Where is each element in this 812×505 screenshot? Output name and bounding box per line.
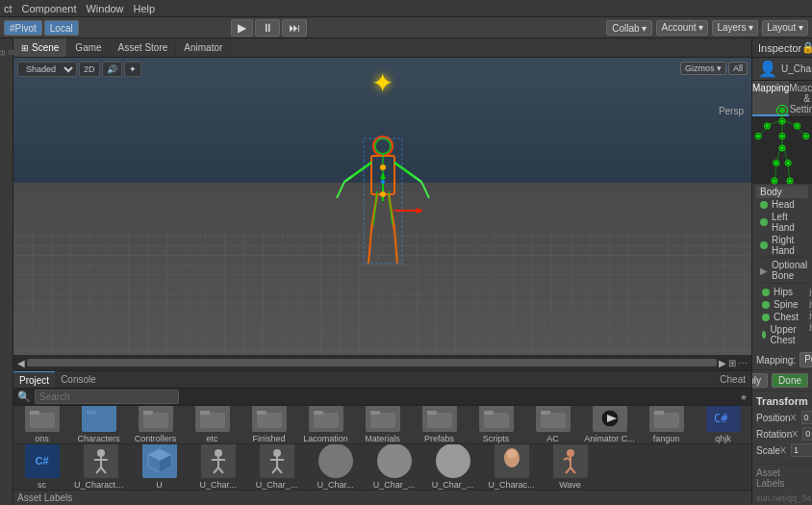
audio-button[interactable]: 🔊 <box>102 62 122 77</box>
scroll-icon-2[interactable]: ⋯ <box>738 358 748 368</box>
mapping-hips[interactable]: Hips <box>758 286 803 298</box>
folder-prefabs[interactable]: Prefabs <box>413 406 466 443</box>
folder-qhjk[interactable]: C# qhjk <box>697 406 749 443</box>
scroll-left-icon[interactable]: ◀ <box>17 358 25 368</box>
rotation-x-input[interactable] <box>802 427 812 441</box>
svg-rect-39 <box>427 411 437 415</box>
svg-point-69 <box>507 449 517 459</box>
mapping-chest[interactable]: Chest <box>758 311 803 323</box>
folder-fangun[interactable]: fangun <box>640 406 693 443</box>
done-button[interactable]: Done <box>772 373 808 388</box>
svg-rect-41 <box>484 411 494 415</box>
file-uchar4[interactable]: U_Char_... <box>368 444 420 490</box>
asset-tab-cheat[interactable]: Cheat <box>714 371 751 388</box>
svg-line-61 <box>214 467 218 473</box>
menu-ct[interactable]: ct <box>4 3 13 14</box>
folder-ac[interactable]: AC <box>526 406 579 443</box>
folder-icon-animator <box>593 406 627 432</box>
layers-dropdown[interactable]: Layers ▾ <box>712 20 758 36</box>
scale-x-input[interactable] <box>791 443 812 457</box>
pose-dropdown[interactable]: Pose ▾ <box>799 352 812 367</box>
inspector-lock-icon[interactable]: 🔒 <box>801 41 812 54</box>
mapping-right-hand[interactable]: Right Hand <box>756 234 808 257</box>
scroll-icon-1[interactable]: ⊞ <box>728 358 736 368</box>
step-button[interactable]: ⏭ <box>282 19 307 37</box>
folder-controllers[interactable]: Controllers <box>129 406 182 443</box>
collab-button[interactable]: Collab ▾ <box>606 20 652 36</box>
scene-view[interactable]: ✦ Shaded 2D 🔊 ✦ Gizmos ▾ All Persp <box>13 58 751 370</box>
file-ucharac[interactable]: U_Charac... <box>485 444 538 490</box>
menu-help[interactable]: Help <box>134 3 156 14</box>
layout-dropdown[interactable]: Layout ▾ <box>762 20 808 36</box>
pause-button[interactable]: ⏸ <box>255 19 280 37</box>
file-uchar3[interactable]: U_Char... <box>309 444 362 490</box>
file-uchar2[interactable]: U_Char_... <box>250 444 303 490</box>
tab-asset-store[interactable]: Asset Store <box>111 38 177 57</box>
toolbar: #Pivot Local ▶ ⏸ ⏭ Collab ▾ Account ▾ La… <box>0 17 812 38</box>
asset-tab-project[interactable]: Project <box>13 371 55 388</box>
search-input[interactable] <box>35 390 179 404</box>
tab-animator[interactable]: Animator <box>176 38 231 57</box>
2d-button[interactable]: 2D <box>79 62 100 77</box>
folder-icon-ac <box>536 406 571 432</box>
folder-ons[interactable]: ons <box>15 406 68 443</box>
folder-scripts[interactable]: Scripts <box>469 406 522 443</box>
asset-label: ★ <box>740 392 748 402</box>
fx-button[interactable]: ✦ <box>124 62 141 77</box>
pivot-button[interactable]: #Pivot <box>4 20 42 36</box>
mapping-table: Hips Spine Chest Upper Chest <box>756 283 808 348</box>
asset-labels-row: Asset Labels <box>13 490 751 505</box>
scroll-right-icon[interactable]: ▶ <box>719 358 726 368</box>
file-uchar5[interactable]: U_Char_... <box>426 444 479 490</box>
character-svg <box>335 128 431 282</box>
mapping-action-buttons: Revert Apply Done <box>752 369 812 391</box>
all-button[interactable]: All <box>728 62 748 75</box>
file-label-u: U <box>156 480 163 490</box>
svg-line-74 <box>566 467 571 473</box>
apply-button[interactable]: Apply <box>751 373 768 388</box>
asset-tab-console[interactable]: Console <box>55 371 102 388</box>
folder-finished[interactable]: Finished <box>242 406 295 443</box>
file-thumb-wave <box>553 444 588 479</box>
folder-label-scripts: Scripts <box>483 434 510 443</box>
svg-point-21 <box>380 164 386 169</box>
play-button[interactable]: ▶ <box>231 19 253 37</box>
shaded-select[interactable]: Shaded <box>17 62 77 77</box>
folder-icon-controllers <box>139 406 173 432</box>
position-x-input[interactable] <box>801 411 812 424</box>
folder-animator[interactable]: Animator C... <box>583 406 636 443</box>
svg-point-0 <box>373 136 393 155</box>
scene-scrollbar[interactable] <box>27 359 717 366</box>
folder-lacomation[interactable]: Lacomation <box>299 406 352 443</box>
menu-window[interactable]: Window <box>86 3 123 14</box>
folder-etc[interactable]: etc <box>186 406 239 443</box>
file-sc[interactable]: C# sc <box>15 444 68 490</box>
svg-line-94 <box>760 129 766 135</box>
gizmos-button[interactable]: Gizmos ▾ <box>680 62 726 75</box>
file-wave[interactable]: Wave <box>544 444 596 490</box>
folder-label-qhjk: qhjk <box>715 434 731 443</box>
tab-scene[interactable]: ⊞ Scene <box>13 38 67 57</box>
svg-line-5 <box>421 181 429 197</box>
folder-characters[interactable]: Characters <box>72 406 125 443</box>
local-button[interactable]: Local <box>44 20 79 36</box>
folder-icon-scripts <box>479 406 514 432</box>
svg-rect-33 <box>257 411 266 415</box>
optional-bone-section[interactable]: ▶ Optional Bone <box>756 257 808 283</box>
folder-materials[interactable]: Materials <box>356 406 409 443</box>
file-ucharacte[interactable]: U_Characte... <box>74 444 127 490</box>
tab-game[interactable]: Game <box>67 38 110 57</box>
hips-dot <box>762 289 770 296</box>
file-u[interactable]: U <box>133 444 186 490</box>
folder-icon-finished <box>252 406 287 432</box>
folder-label-finished: Finished <box>252 434 285 443</box>
mapping-spine[interactable]: Spine <box>758 298 803 311</box>
svg-text:C#: C# <box>714 412 728 425</box>
mapping-upper-chest[interactable]: Upper Chest <box>758 323 803 346</box>
account-dropdown[interactable]: Account ▾ <box>656 20 708 36</box>
file-uchar1[interactable]: U_Char... <box>191 444 244 490</box>
svg-rect-29 <box>143 411 153 415</box>
svg-line-97 <box>784 149 786 160</box>
menu-component[interactable]: Component <box>22 3 77 14</box>
svg-line-13 <box>394 162 414 176</box>
